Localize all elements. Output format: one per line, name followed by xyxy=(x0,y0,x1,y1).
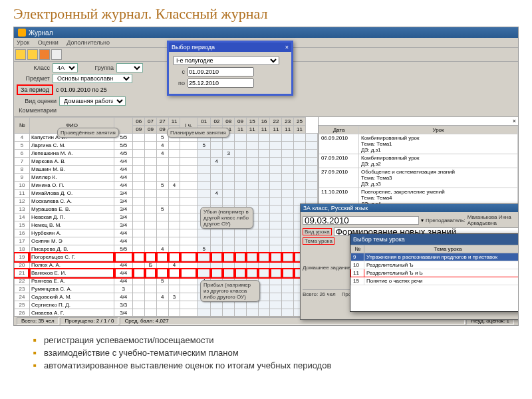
status-missed: Пропущено: 2 / 1 / 0 xyxy=(61,317,119,325)
table-row[interactable]: 11Разделительный Ъ и Ь xyxy=(351,269,519,277)
slide-title: Электронный журнал. Классный журнал xyxy=(0,0,532,27)
teacher-name: Маханькова Инна Аркадьевна xyxy=(467,214,519,226)
table-row[interactable]: 14Невская Д. П.3/44 xyxy=(15,213,318,221)
callout-planned: Планируемые занятия xyxy=(167,128,229,138)
period-button[interactable]: За период xyxy=(17,84,53,95)
table-row[interactable]: 22Раннева Е. А.4/454 xyxy=(15,277,318,285)
menu-item[interactable]: Дополнительно xyxy=(66,39,110,46)
table-row[interactable]: 07.09.2010Комбинированный урок ДЗ: д.з2 xyxy=(319,154,518,168)
grade-type-label: Вид оценки xyxy=(17,98,57,104)
table-row[interactable]: 15Немец В. М.3/4 xyxy=(15,221,318,229)
table-row[interactable]: 9Миллер К.4/4 xyxy=(15,174,318,182)
semester-select[interactable]: I-е полугодие xyxy=(173,56,279,65)
status-total2: Всего: 26 чел xyxy=(303,291,336,297)
comment-label: Комментарии xyxy=(17,107,57,114)
topic-table[interactable]: №Тема урока9Упражнения в распознавании п… xyxy=(350,245,519,285)
lesson-type-label: Вид урока xyxy=(303,228,332,235)
period-dialog-title: Выбор периода xyxy=(172,44,215,51)
period-text: с 01.09.2010 по 25 xyxy=(56,86,107,93)
table-row[interactable]: 27.09.2010Обобщение и систематизация зна… xyxy=(319,168,518,188)
table-row[interactable]: 23Румянцева С. А.3 xyxy=(15,285,318,293)
table-row[interactable]: 6Лепешкина М. А.4/543 xyxy=(15,150,318,158)
grade-type-select[interactable]: Домашняя работа xyxy=(59,96,126,106)
secondary-title: 3А класс, Русский язык xyxy=(303,205,368,211)
table-row[interactable]: 11Михайлова Д. О.3/44 xyxy=(15,190,318,198)
menu-item[interactable]: Урок xyxy=(17,39,29,46)
topic-dialog: Выбор темы урока × №Тема урока9Упражнени… xyxy=(350,233,519,312)
toolbar-icon[interactable] xyxy=(27,49,38,60)
toolbar-icon[interactable] xyxy=(39,49,50,60)
table-row[interactable]: 10Разделительный Ъ xyxy=(351,261,519,269)
app-window: Журнал Урок Оценки Дополнительно Класс 4… xyxy=(13,27,519,326)
table-row[interactable]: 18Писарева Д. В.5/545 xyxy=(15,245,318,253)
callout-conducted: Проведённые занятия xyxy=(57,128,119,138)
table-row[interactable]: 06.09.2010Комбинированный урок Тема: Тем… xyxy=(319,134,518,154)
table-row[interactable]: 21Ванюков Е. И.4/4 xyxy=(15,269,318,277)
callout-arrived: Прибыл (например из другого класса либо … xyxy=(200,280,260,302)
subject-select[interactable]: Основы православн xyxy=(53,74,132,83)
callout-left: Убыл (например в другой класс либо друго… xyxy=(200,207,253,229)
table-row[interactable]: 25Сергиенко П. Д.3/3 xyxy=(15,301,318,309)
status-total: Всего: 35 чел xyxy=(17,317,59,325)
table-row[interactable]: 12Москалева С. А.3/4 xyxy=(15,198,318,205)
grade-table[interactable]: №ФИО06072711I ч.010208091516222325090909… xyxy=(14,117,318,326)
table-row[interactable]: 17Осипян М. Э4/4 xyxy=(15,237,318,245)
subject-label: Предмет xyxy=(17,75,50,82)
slide-bullets: регистрация успеваемости/посещаемости вз… xyxy=(33,335,499,370)
from-date[interactable] xyxy=(188,67,254,76)
hw-label: Домашнее задание xyxy=(303,265,350,271)
table-row[interactable]: 10Минина О. П.4/454 xyxy=(15,182,318,190)
class-label: Класс xyxy=(17,65,50,71)
bullet: автоматизированное выставление оценок по… xyxy=(33,360,499,370)
table-row[interactable]: 19Погорельцев С. Г. xyxy=(15,253,318,261)
bullet: взаимодействие с учебно-тематическим пла… xyxy=(33,348,499,358)
topic-label: Тема урока xyxy=(303,237,334,245)
table-row[interactable]: 20Полюх А. А.4/4Б4 xyxy=(15,261,318,269)
table-row[interactable]: 5Ларгина С. М.5/545 xyxy=(15,142,318,150)
group-select[interactable] xyxy=(116,63,143,72)
to-label: по xyxy=(173,80,185,86)
table-row[interactable]: 24Садовский А. М.4/443 xyxy=(15,293,318,301)
period-dialog: Выбор периода× I-е полугодие с по xyxy=(167,41,293,96)
topic-dialog-title: Выбор темы урока xyxy=(353,236,405,243)
close-icon[interactable]: × xyxy=(319,117,518,126)
class-select[interactable]: 4А xyxy=(53,63,78,72)
table-row[interactable]: 16Нурбекян А.4/4 xyxy=(15,229,318,237)
menu-item[interactable]: Оценки xyxy=(38,39,59,46)
window-title: Журнал xyxy=(29,29,53,37)
to-date[interactable] xyxy=(188,78,254,88)
date-picker-icon[interactable]: ▾ xyxy=(421,217,424,223)
group-label: Группа xyxy=(80,65,114,71)
lesson-date[interactable] xyxy=(303,216,419,225)
app-icon xyxy=(18,29,26,37)
table-row[interactable]: 13Мурашова Е. В.3/45 xyxy=(15,205,318,213)
bullet: регистрация успеваемости/посещаемости xyxy=(33,335,499,345)
grade-grid-pane: №ФИО06072711I ч.010208091516222325090909… xyxy=(14,117,319,326)
table-row[interactable]: 7Маркова А. В.4/44 xyxy=(15,158,318,166)
from-label: с xyxy=(173,68,185,75)
titlebar: Журнал xyxy=(14,27,518,38)
toolbar-icon[interactable] xyxy=(51,49,62,60)
table-row[interactable]: 15Понятие о частях речи xyxy=(351,277,519,285)
toolbar-icon[interactable] xyxy=(15,49,26,60)
table-row[interactable]: 9Упражнения в распознавании предлогов и … xyxy=(351,253,519,261)
close-icon[interactable]: × xyxy=(285,44,289,51)
table-row[interactable]: 8Машкин М. В.4/4 xyxy=(15,166,318,174)
teacher-label: Преподаватель: xyxy=(426,217,466,223)
